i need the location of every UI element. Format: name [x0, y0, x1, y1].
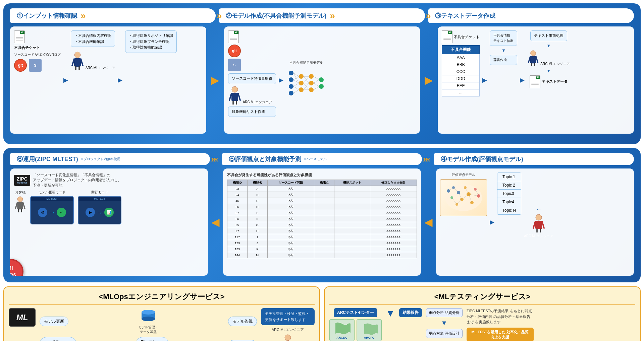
step3-box: 不具合チケット 不具合機能 AAA BBB CCC DDD — [438, 26, 634, 134]
db-center: モデル管理・データ基盤 — [138, 308, 158, 334]
step2-inner: git S ソースコード特徴量取得 — [228, 30, 416, 130]
step2-svn-logo: S — [228, 59, 241, 71]
step3-down-arrow1: ▼ — [490, 48, 517, 53]
step4-label: ④モデル作成(評価観点モデル) — [441, 155, 523, 163]
step4-inner: 評価観点モデル — [440, 173, 630, 272]
step2-box: git S ソースコード特徴量取得 — [224, 26, 420, 134]
svg-point-15 — [289, 91, 293, 95]
mlops-flow: モデル更新 モデル管理・データ基盤 — [40, 308, 257, 341]
xl-doc-icon — [14, 30, 25, 43]
bottom-content-arrow1: ◀ — [211, 168, 220, 276]
svg-point-42 — [531, 50, 536, 56]
weak-arrow-down1: ▼ — [441, 319, 447, 327]
step3-dict-label: 辞書作成 — [493, 57, 514, 63]
col-source: ソースコード問題 — [267, 180, 314, 186]
step2-engineer-area: ARC MLエンジニア — [228, 86, 276, 105]
mlops-desc-area: モデル管理・検証・監視・ 更新をサポート致します ARC MLエンジニア — [261, 308, 315, 341]
mlops-service: <MLOpsエンジニアリングサービス> ML モデル更新 — [3, 286, 320, 341]
arrow-step1-2: ▶ — [210, 26, 221, 134]
step3-extract-box: 不具合情報 テキスト抽出 — [490, 30, 517, 46]
person-svg1 — [71, 52, 84, 70]
step6-box: ZIPC MLTEST 「ソースコード変化点情報」「不具合情報」の アップデート… — [10, 168, 208, 276]
step3-extract-line2: テキスト抽出 — [493, 38, 514, 44]
mode-update-area: モデル更新モード ML TEST ⚙ → ✓ — [30, 190, 74, 224]
arc-test-area: ARCテストセンター ARCDC — [329, 308, 382, 341]
arcfc-label: ARCFC — [364, 336, 375, 339]
step3-preprocess-box: テキスト事前処理 — [530, 30, 567, 41]
svg-rect-43 — [530, 56, 536, 63]
mode-screen-body2: ▶ → 📊 — [78, 201, 121, 224]
bottom-content-arrow2: ◀ — [424, 168, 433, 276]
step3-output-area: テキストデータ — [530, 75, 568, 88]
mlops-badge-line1: ML — [10, 266, 15, 272]
step4-header: ④モデル作成(評価観点モデル) — [434, 153, 634, 165]
mlops-row2: 分析・アノテーション データセット標準化 モデル検証 — [40, 337, 257, 341]
step3-down-arrow2: ▼ — [546, 43, 551, 48]
arcfc-svg — [359, 321, 379, 336]
service-section: <MLOpsエンジニアリングサービス> ML モデル更新 — [3, 286, 641, 341]
mode-icon3: ▶ — [86, 208, 95, 217]
node-monitor-label: モデル監視 — [232, 319, 253, 324]
step1-arrow1: ▶ — [63, 30, 68, 130]
fault-row-ddd: DDD — [442, 75, 480, 82]
step4-engineer-arrow: ← — [536, 206, 542, 213]
mode-run-screen: ML TEST ▶ → 📊 — [78, 196, 121, 224]
mode-update-label: モデル更新モード — [30, 190, 74, 195]
svn-logo: S — [29, 59, 42, 72]
svg-line-41 — [314, 86, 319, 90]
fault-table-header: 不具合機能 — [442, 46, 480, 54]
col-name: 機能名 — [247, 180, 267, 186]
mltesting-title: <MLテスティングサービス> — [329, 292, 635, 305]
db-svg — [140, 308, 157, 325]
step1-arrow2: ▶ — [118, 30, 122, 130]
zipc-logo: ZIPC MLTEST — [14, 175, 30, 186]
svg-point-86 — [285, 335, 291, 341]
bottom-step-headers: ⑥運用(ZIPC MLTEST) ※プロジェクト内無料使用 » ⑤評価観点と対象… — [10, 153, 634, 165]
node-update-label: モデル更新 — [44, 319, 64, 324]
step4-engineer-label: ARC MLエンジニア — [524, 234, 553, 238]
step2-header: ②モデル作成(不具合機能予測モデル) » — [219, 8, 425, 23]
step5-label: ⑤評価観点と対象機能予測 — [229, 155, 301, 163]
step3-arrow2: ▶ — [520, 30, 525, 130]
arcdc-map: ARCDC — [329, 319, 355, 341]
svg-point-17 — [299, 81, 304, 85]
weak-design-box: 弱点対象 評価設計 — [426, 329, 463, 338]
svg-point-48 — [17, 197, 23, 202]
svg-point-85 — [142, 310, 155, 315]
step3-extract-line1: 不具合情報 — [493, 33, 514, 38]
svg-line-50 — [15, 203, 17, 208]
mode-run-area: 実行モード ML TEST ▶ → 📊 — [78, 190, 121, 224]
step2-left: git S ソースコード特徴量取得 — [228, 30, 276, 117]
svg-rect-77 — [535, 221, 542, 229]
step3-right: テキスト事前処理 ▼ — [527, 30, 570, 130]
step2-label: ②モデル作成(不具合機能予測モデル) — [226, 12, 326, 20]
svg-line-78 — [533, 221, 535, 228]
customer-area: お客様 — [14, 190, 26, 224]
svg-point-6 — [232, 86, 238, 92]
node-dataset-label: データセット標準化 — [140, 339, 164, 341]
step1-inner: 不具合チケット ソースコード Gitログ/SVNログ git S ▶ — [14, 30, 202, 130]
step5-desc: 不具合が発生する可能性がある評価観点と対象機能 — [227, 173, 417, 178]
step4-box: 評価観点モデル — [436, 168, 634, 276]
svg-point-84 — [142, 317, 155, 321]
weak-area: 弱点分析 品質分析 ▼ 弱点対象 評価設計 ▼ 弱点対象 評価実施 — [426, 308, 463, 341]
step4-arrow: ▶ — [490, 173, 494, 272]
arc-test-center: ARCテストセンター — [334, 308, 377, 317]
mltesting-desc: ZIPC MLTESTの予測結果 をもとに弱点分析・評価内容 の品質分析～結果報… — [467, 308, 534, 325]
node-analysis: 分析・アノテーション — [40, 337, 76, 341]
step6-label: ⑥運用(ZIPC MLTEST) — [17, 155, 78, 163]
engineer1-area: ARC MLエンジニア — [71, 52, 115, 70]
zipc-header: ZIPC MLTEST 「ソースコード変化点情報」「不具合情報」の アップデート… — [14, 173, 204, 188]
mode-screen-header1: ML TEST — [31, 197, 73, 201]
node-model-update: モデル更新 — [40, 317, 68, 326]
svg-point-16 — [299, 74, 304, 79]
mode-screen-header2: ML TEST — [78, 197, 121, 201]
mode-run-label: 実行モード — [78, 190, 121, 195]
step3-ticket-row: 不具合チケット — [442, 30, 480, 43]
step3-header: ③テキストデータ作成 » — [428, 8, 634, 23]
weak-design-label: 弱点対象 評価設計 — [429, 331, 460, 335]
process-text4: ・取得対象ブランチ確認 — [129, 39, 173, 45]
step2-git-logo: git — [228, 45, 241, 57]
process-text5: ・取得対象機能確認 — [129, 45, 173, 51]
svg-point-19 — [309, 74, 314, 79]
